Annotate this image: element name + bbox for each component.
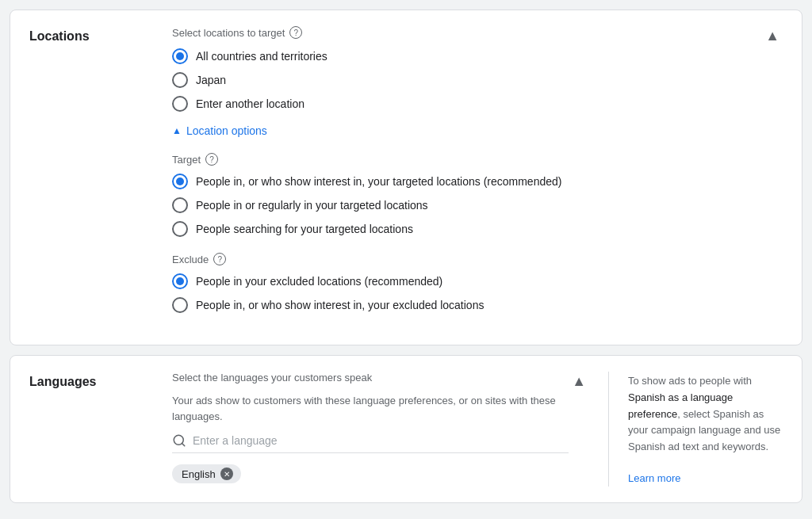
languages-collapse-button[interactable]: ▲ (569, 373, 589, 390)
languages-description: Your ads show to customers with these la… (172, 393, 569, 424)
languages-content: Select the languages your customers spea… (172, 372, 589, 483)
radio-japan-label: Japan (196, 74, 226, 86)
languages-card: Languages Select the languages your cust… (10, 355, 802, 503)
location-options-chevron: ▲ (172, 125, 182, 136)
target-label: Target ? (172, 153, 762, 166)
target-radio-searching[interactable]: People searching for your targeted locat… (172, 221, 762, 237)
radio-all-countries-circle[interactable] (172, 48, 188, 64)
radio-all-countries[interactable]: All countries and territories (172, 48, 762, 64)
target-radio-group: People in, or who show interest in, your… (172, 174, 762, 237)
locations-select-label: Select locations to target ? (172, 26, 762, 39)
target-help-icon[interactable]: ? (205, 153, 218, 166)
exclude-radio-interest-circle[interactable] (172, 297, 188, 313)
radio-all-countries-label: All countries and territories (196, 50, 327, 63)
exclude-radio-in-circle[interactable] (172, 273, 188, 289)
exclude-radio-in[interactable]: People in your excluded locations (recom… (172, 273, 762, 289)
exclude-label: Exclude ? (172, 253, 762, 265)
language-tag-english-remove[interactable]: ✕ (220, 467, 233, 480)
radio-another-location-circle[interactable] (172, 96, 188, 112)
languages-side-text: To show ads to people with Spanish as a … (628, 373, 783, 456)
languages-select-label: Select the languages your customers spea… (172, 372, 569, 384)
learn-more-link[interactable]: Learn more (628, 472, 680, 484)
target-radio-searching-label: People searching for your targeted locat… (196, 223, 413, 235)
locations-section: Locations Select locations to target ? A… (10, 10, 802, 345)
locations-card: Locations Select locations to target ? A… (10, 10, 802, 345)
locations-help-icon[interactable]: ? (289, 26, 302, 39)
languages-header-row: Select the languages your customers spea… (172, 372, 589, 483)
exclude-radio-group: People in your excluded locations (recom… (172, 273, 762, 313)
target-subsection: Target ? People in, or who show interest… (172, 153, 762, 237)
exclude-radio-interest-label: People in, or who show interest in, your… (196, 299, 484, 311)
languages-section: Languages Select the languages your cust… (10, 356, 802, 502)
locations-content: Select locations to target ? All countri… (172, 26, 783, 329)
target-radio-interest-label: People in, or who show interest in, your… (196, 175, 561, 188)
location-options-toggle[interactable]: ▲ Location options (172, 124, 267, 137)
radio-another-location[interactable]: Enter another location (172, 96, 762, 112)
radio-japan[interactable]: Japan (172, 72, 762, 88)
languages-title: Languages (29, 372, 172, 389)
language-tags: English ✕ (172, 464, 569, 483)
target-radio-regular[interactable]: People in or regularly in your targeted … (172, 197, 762, 213)
svg-line-1 (182, 443, 184, 445)
language-tag-english: English ✕ (172, 464, 241, 483)
search-icon (172, 433, 186, 448)
target-radio-interest[interactable]: People in, or who show interest in, your… (172, 174, 762, 189)
exclude-subsection: Exclude ? People in your excluded locati… (172, 253, 762, 313)
target-radio-searching-circle[interactable] (172, 221, 188, 237)
language-tag-english-label: English (182, 468, 216, 480)
target-radio-regular-circle[interactable] (172, 197, 188, 213)
exclude-help-icon[interactable]: ? (213, 253, 226, 265)
target-radio-interest-circle[interactable] (172, 174, 188, 189)
locations-radio-group: All countries and territories Japan Ente… (172, 48, 762, 112)
exclude-radio-in-label: People in your excluded locations (recom… (196, 275, 442, 288)
radio-another-location-label: Enter another location (196, 97, 304, 110)
locations-collapse-button[interactable]: ▲ (762, 28, 783, 44)
language-search-wrapper (172, 433, 569, 453)
languages-side-info: To show ads to people with Spanish as a … (608, 372, 783, 487)
exclude-radio-interest[interactable]: People in, or who show interest in, your… (172, 297, 762, 313)
target-radio-regular-label: People in or regularly in your targeted … (196, 199, 428, 212)
location-options-label: Location options (186, 124, 267, 137)
radio-japan-circle[interactable] (172, 72, 188, 88)
locations-header-row: Select locations to target ? All countri… (172, 26, 783, 329)
side-highlight-spanish: Spanish as a language preference (628, 391, 733, 420)
language-search-input[interactable] (193, 434, 569, 447)
locations-title: Locations (29, 26, 172, 44)
